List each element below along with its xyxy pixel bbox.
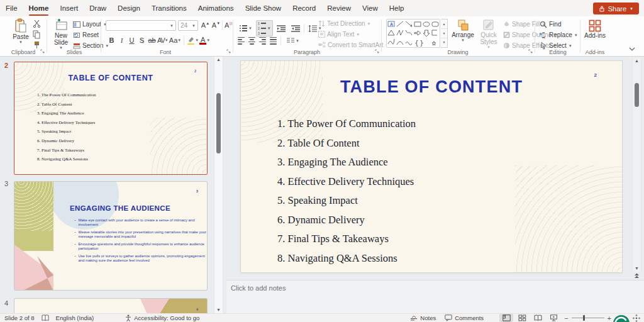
tab-slide-show[interactable]: Slide Show xyxy=(240,0,287,16)
toc-item[interactable]: 2. Table Of Content xyxy=(277,137,416,150)
bullets-button[interactable]: ▼ xyxy=(238,24,254,33)
align-text-button[interactable]: Align Text▼ xyxy=(318,30,389,39)
text-direction-button[interactable]: Text Direction▼ xyxy=(318,19,389,28)
arrange-button[interactable]: Arrange ▼ xyxy=(450,19,475,42)
slide-sorter-view-button[interactable] xyxy=(515,314,529,322)
toc-item[interactable]: 8. Navigating Q&A Sessions xyxy=(277,252,416,265)
clipboard-dialog-launcher[interactable] xyxy=(40,49,45,54)
slide-toc-list[interactable]: 1. The Power Of Communication 2. Table O… xyxy=(277,118,416,265)
copy-button[interactable] xyxy=(33,30,41,39)
find-button[interactable]: Find xyxy=(540,19,578,29)
quick-styles-button[interactable]: Quick Styles ▼ xyxy=(477,19,501,49)
shapes-more-button[interactable]: ▼ xyxy=(441,38,447,47)
fit-slide-to-window-button[interactable] xyxy=(631,314,644,322)
accessibility-button[interactable]: Accessibility: Good to go xyxy=(121,314,204,322)
slide-thumbnail-2[interactable]: 2 TABLE OF CONTENT 1. The Power Of Commu… xyxy=(14,62,208,175)
scrollbar-thumb[interactable] xyxy=(635,83,639,107)
justify-button[interactable] xyxy=(270,37,277,45)
zoom-out-button[interactable]: − xyxy=(564,314,568,322)
zoom-slider-thumb[interactable] xyxy=(583,315,585,321)
bold-button[interactable]: B xyxy=(107,35,116,45)
paragraph-dialog-launcher[interactable] xyxy=(375,49,380,54)
notes-pane[interactable]: Click to add notes xyxy=(226,280,644,313)
new-slide-button[interactable]: New Slide ▼ xyxy=(50,18,72,50)
font-dialog-launcher[interactable] xyxy=(226,49,231,54)
tab-view[interactable]: View xyxy=(357,0,384,16)
align-center-button[interactable] xyxy=(248,37,255,45)
scroll-up-arrow[interactable]: ▲ xyxy=(633,58,641,64)
font-color-button[interactable]: A ▼ xyxy=(199,35,210,45)
layout-button[interactable]: Layout▼ xyxy=(73,19,109,29)
slide-area-scrollbar[interactable]: ▲ ▼ xyxy=(632,58,641,272)
drawing-dialog-launcher[interactable] xyxy=(528,49,533,54)
slide-thumbnail-4[interactable]: 4 xyxy=(14,298,208,313)
grow-font-button[interactable]: A▲ xyxy=(201,20,210,30)
convert-to-smartart-button[interactable]: Convert to SmartArt▼ xyxy=(318,40,389,50)
text-highlight-button[interactable]: ▼ xyxy=(187,35,199,45)
cut-button[interactable] xyxy=(33,19,41,28)
zoom-in-button[interactable]: + xyxy=(608,314,611,322)
tab-insert[interactable]: Insert xyxy=(54,0,84,16)
tab-help[interactable]: Help xyxy=(384,0,410,16)
align-left-button[interactable] xyxy=(238,37,245,45)
comments-toggle-button[interactable]: Comments xyxy=(440,314,488,322)
shapes-scroll-down[interactable]: ▼ xyxy=(441,29,447,38)
spell-check-button[interactable] xyxy=(39,314,52,322)
character-spacing-button[interactable]: AV▼ xyxy=(157,35,169,45)
strikethrough-button[interactable]: ab xyxy=(147,35,157,45)
notes-toggle-button[interactable]: Notes xyxy=(406,314,440,322)
previous-slide-button[interactable] xyxy=(632,273,641,279)
grammarly-badge[interactable] xyxy=(613,314,631,322)
share-button[interactable]: Share ▼ xyxy=(593,3,639,14)
slide-show-button[interactable] xyxy=(547,314,560,322)
underline-button[interactable]: U xyxy=(127,35,136,45)
shrink-font-button[interactable]: A▼ xyxy=(211,20,221,30)
increase-indent-button[interactable] xyxy=(289,24,302,33)
toc-item[interactable]: 4. Effective Delivery Techniques xyxy=(277,175,416,188)
decrease-indent-button[interactable] xyxy=(275,24,287,33)
tab-file[interactable]: File xyxy=(0,0,23,16)
clear-formatting-button[interactable]: A▨ xyxy=(224,20,233,30)
font-name-combobox[interactable]: ▼ xyxy=(106,20,176,31)
numbering-button[interactable]: 123 ▼ xyxy=(256,20,273,36)
tab-draw[interactable]: Draw xyxy=(84,0,112,16)
slide-title[interactable]: TABLE OF CONTENT xyxy=(241,77,622,97)
slide-thumbnail-3[interactable]: 3 ENGAGING THE AUDIENCE ▪Make eye contac… xyxy=(14,181,208,291)
reading-view-button[interactable] xyxy=(531,314,545,322)
tab-design[interactable]: Design xyxy=(112,0,146,16)
tab-animations[interactable]: Animations xyxy=(192,0,240,16)
scroll-down-arrow[interactable]: ▼ xyxy=(214,307,223,313)
format-painter-button[interactable] xyxy=(33,40,41,50)
slide-canvas[interactable]: 2 TABLE OF CONTENT 1. The Power Of Commu… xyxy=(241,61,622,272)
text-shadow-button[interactable]: S xyxy=(137,35,147,45)
columns-button[interactable]: ▼ xyxy=(285,36,301,45)
zoom-slider[interactable] xyxy=(572,314,604,322)
reset-button[interactable]: Reset xyxy=(73,30,109,40)
replace-button[interactable]: bc Replace▼ xyxy=(540,30,578,40)
italic-button[interactable]: I xyxy=(117,35,126,45)
scroll-up-arrow[interactable]: ▲ xyxy=(214,57,223,63)
align-right-button[interactable] xyxy=(259,37,266,45)
tab-transitions[interactable]: Transitions xyxy=(146,0,192,16)
toc-item[interactable]: 1. The Power Of Communication xyxy=(277,118,416,130)
language-button[interactable]: English (India) xyxy=(52,314,99,322)
normal-view-button[interactable] xyxy=(499,314,513,322)
paste-button[interactable]: Paste ▼ xyxy=(9,18,33,44)
tab-home[interactable]: Home xyxy=(23,0,55,16)
font-size-combobox[interactable]: 24▼ xyxy=(178,20,198,31)
toc-item[interactable]: 5. Speaking Impact xyxy=(277,194,416,207)
tab-review[interactable]: Review xyxy=(321,0,357,16)
tab-record[interactable]: Record xyxy=(287,0,321,16)
toc-item[interactable]: 3. Engaging The Audience xyxy=(277,156,416,169)
collapse-ribbon-button[interactable] xyxy=(629,47,635,51)
thumbnail-scrollbar[interactable]: ▲ ▼ xyxy=(214,57,223,313)
scroll-down-arrow[interactable]: ▼ xyxy=(633,265,641,272)
shape-gallery[interactable]: {} A xyxy=(386,19,440,48)
change-case-button[interactable]: Aa▼ xyxy=(169,35,181,45)
slide-indicator[interactable]: Slide 2 of 8 xyxy=(0,314,39,322)
scrollbar-thumb[interactable] xyxy=(216,93,221,153)
shapes-scroll-up[interactable]: ▲ xyxy=(441,19,447,29)
add-ins-button[interactable]: Add-ins xyxy=(584,19,606,39)
toc-item[interactable]: 6. Dynamic Delivery xyxy=(277,214,416,226)
toc-item[interactable]: 7. Final Tips & Takeaways xyxy=(277,233,416,245)
